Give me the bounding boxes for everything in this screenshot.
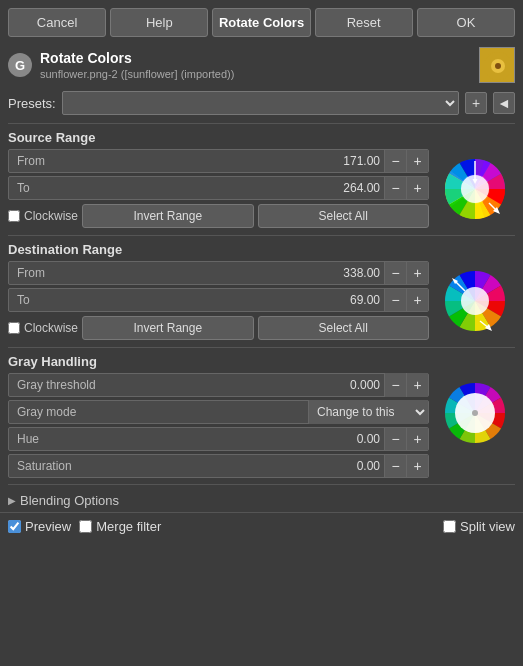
svg-point-9: [461, 287, 489, 315]
gray-threshold-label: Gray threshold: [9, 378, 350, 392]
source-from-minus[interactable]: −: [384, 149, 406, 173]
divider-4: [8, 484, 515, 485]
gray-hue-value: 0.00: [357, 432, 384, 446]
merge-label: Merge filter: [96, 519, 161, 534]
preview-label: Preview: [25, 519, 71, 534]
gray-threshold-row: Gray threshold 0.000 − +: [8, 373, 429, 397]
dialog-subtitle: sunflower.png-2 ([sunflower] (imported)): [40, 68, 234, 80]
image-thumbnail: [479, 47, 515, 83]
dest-from-minus[interactable]: −: [384, 261, 406, 285]
destination-range-title: Destination Range: [8, 242, 515, 257]
destination-color-wheel: [435, 261, 515, 341]
dest-to-minus[interactable]: −: [384, 288, 406, 312]
source-range-section: Source Range From 171.00 − + To 264.00 −…: [0, 126, 523, 233]
gray-mode-label: Gray mode: [9, 405, 308, 419]
source-range-title: Source Range: [8, 130, 515, 145]
source-from-plus[interactable]: +: [406, 149, 428, 173]
split-label: Split view: [460, 519, 515, 534]
divider-2: [8, 235, 515, 236]
gray-hue-row: Hue 0.00 − +: [8, 427, 429, 451]
dest-select-all-button[interactable]: Select All: [258, 316, 430, 340]
source-color-wheel: [435, 149, 515, 229]
gray-hue-minus[interactable]: −: [384, 427, 406, 451]
split-check[interactable]: Split view: [443, 519, 515, 534]
reset-button[interactable]: Reset: [315, 8, 413, 37]
source-from-label: From: [9, 154, 59, 168]
gray-threshold-value: 0.000: [350, 378, 384, 392]
presets-label: Presets:: [8, 96, 56, 111]
gray-sat-minus[interactable]: −: [384, 454, 406, 478]
app-icon: G: [8, 53, 32, 77]
dest-to-plus[interactable]: +: [406, 288, 428, 312]
source-to-label: To: [9, 181, 59, 195]
presets-row: Presets: + ◄: [0, 89, 523, 121]
dest-to-label: To: [9, 293, 59, 307]
gray-sat-value: 0.00: [357, 459, 384, 473]
destination-range-controls: From 338.00 − + To 69.00 − + Clockwise: [8, 261, 429, 341]
source-range-controls: From 171.00 − + To 264.00 − + Clockwise: [8, 149, 429, 229]
dest-to-value: 69.00: [350, 293, 384, 307]
merge-checkbox[interactable]: [79, 520, 92, 533]
toolbar: Cancel Help Rotate Colors Reset OK: [0, 0, 523, 43]
dest-from-row: From 338.00 − +: [8, 261, 429, 285]
presets-remove-button[interactable]: ◄: [493, 92, 515, 114]
dest-invert-range-button[interactable]: Invert Range: [82, 316, 254, 340]
presets-select[interactable]: [62, 91, 459, 115]
dest-from-value: 338.00: [343, 266, 384, 280]
divider-1: [8, 123, 515, 124]
split-checkbox[interactable]: [443, 520, 456, 533]
ok-button[interactable]: OK: [417, 8, 515, 37]
dest-from-label: From: [9, 266, 59, 280]
rotate-colors-button[interactable]: Rotate Colors: [212, 8, 310, 37]
gray-threshold-plus[interactable]: +: [406, 373, 428, 397]
source-clockwise-check[interactable]: Clockwise: [8, 209, 78, 223]
source-to-minus[interactable]: −: [384, 176, 406, 200]
source-invert-range-button[interactable]: Invert Range: [82, 204, 254, 228]
cancel-button[interactable]: Cancel: [8, 8, 106, 37]
gray-handling-section: Gray Handling Gray threshold 0.000 − + G…: [0, 350, 523, 482]
dest-clockwise-check[interactable]: Clockwise: [8, 321, 78, 335]
preview-checkbox[interactable]: [8, 520, 21, 533]
source-to-value: 264.00: [343, 181, 384, 195]
svg-point-15: [472, 410, 478, 416]
gray-sat-row: Saturation 0.00 − +: [8, 454, 429, 478]
source-clockwise-checkbox[interactable]: [8, 210, 20, 222]
merge-check[interactable]: Merge filter: [79, 519, 161, 534]
title-text: Rotate Colors sunflower.png-2 ([sunflowe…: [40, 50, 234, 81]
gray-handling-title: Gray Handling: [8, 354, 515, 369]
dest-clockwise-label: Clockwise: [24, 321, 78, 335]
source-from-row: From 171.00 − +: [8, 149, 429, 173]
source-select-all-button[interactable]: Select All: [258, 204, 430, 228]
blending-options-label: Blending Options: [20, 493, 119, 508]
source-to-row: To 264.00 − +: [8, 176, 429, 200]
source-from-value: 171.00: [343, 154, 384, 168]
gray-threshold-minus[interactable]: −: [384, 373, 406, 397]
source-options-row: Clockwise Invert Range Select All: [8, 203, 429, 229]
presets-add-button[interactable]: +: [465, 92, 487, 114]
dest-from-plus[interactable]: +: [406, 261, 428, 285]
dest-to-row: To 69.00 − +: [8, 288, 429, 312]
title-bar: G Rotate Colors sunflower.png-2 ([sunflo…: [0, 43, 523, 89]
bottom-bar: Preview Merge filter Split view: [0, 512, 523, 540]
blending-expand-icon: ▶: [8, 495, 16, 506]
gray-hue-plus[interactable]: +: [406, 427, 428, 451]
source-to-plus[interactable]: +: [406, 176, 428, 200]
gray-mode-select[interactable]: Change to this Keep unchanged Set to gra…: [308, 400, 428, 424]
gray-hue-label: Hue: [9, 432, 59, 446]
preview-check[interactable]: Preview: [8, 519, 71, 534]
source-clockwise-label: Clockwise: [24, 209, 78, 223]
dest-options-row: Clockwise Invert Range Select All: [8, 315, 429, 341]
blending-section: ▶ Blending Options: [0, 487, 523, 512]
blending-options-row[interactable]: ▶ Blending Options: [8, 493, 515, 508]
destination-range-section: Destination Range From 338.00 − + To 69.…: [0, 238, 523, 345]
gray-color-wheel: [435, 373, 515, 453]
divider-3: [8, 347, 515, 348]
help-button[interactable]: Help: [110, 8, 208, 37]
svg-point-2: [495, 63, 501, 69]
dest-clockwise-checkbox[interactable]: [8, 322, 20, 334]
dialog-title: Rotate Colors: [40, 50, 234, 66]
gray-sat-label: Saturation: [9, 459, 80, 473]
gray-mode-row: Gray mode Change to this Keep unchanged …: [8, 400, 429, 424]
gray-sat-plus[interactable]: +: [406, 454, 428, 478]
